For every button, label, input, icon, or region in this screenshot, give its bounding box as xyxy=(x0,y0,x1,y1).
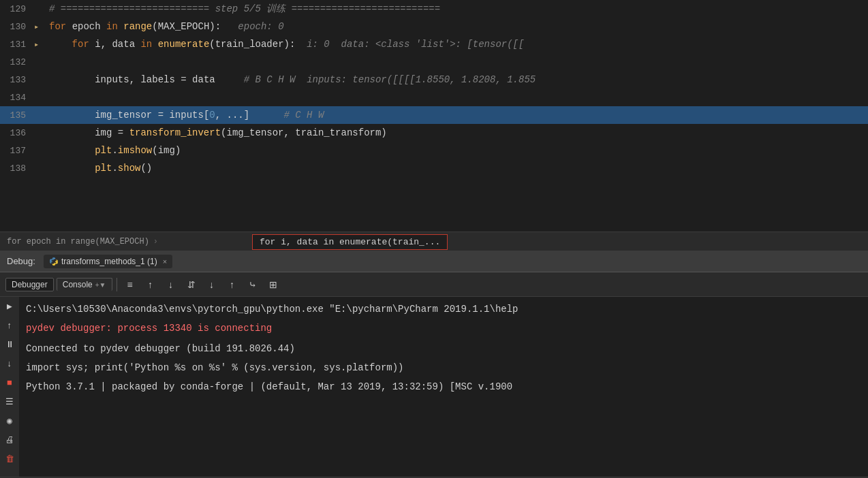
line-number: 130 xyxy=(0,22,34,32)
line-content: img_tensor = inputs[0, ...] # C H W xyxy=(46,110,868,121)
sidebar-resume-btn[interactable]: ▶ xyxy=(0,297,19,316)
toolbar-btn-menu[interactable]: ≡ xyxy=(121,276,139,293)
line-number: 136 xyxy=(0,128,34,138)
line-number: 134 xyxy=(0,93,34,103)
code-line: 134 xyxy=(0,89,868,106)
line-content: plt.imshow(img) xyxy=(46,145,868,156)
breadcrumb-tooltip: for i, data in enumerate(train_... xyxy=(252,234,448,250)
toolbar-sep-1 xyxy=(117,278,117,291)
code-line: 137 plt.imshow(img) xyxy=(0,142,868,159)
debug-tab-close[interactable]: × xyxy=(163,257,167,266)
code-line: 136 img = transform_invert(img_tensor, t… xyxy=(0,124,868,142)
console-line: C:\Users\10530\Anaconda3\envs\pytorch_gp… xyxy=(19,300,868,319)
line-content: img = transform_invert(img_tensor, train… xyxy=(46,127,868,138)
debug-label: Debug: xyxy=(7,256,35,266)
console-line: import sys; print('Python %s on %s' % (s… xyxy=(19,358,868,377)
bottom-area: Debug: transforms_methods_1 (1) × Debugg… xyxy=(0,251,868,478)
console-tab-suffix[interactable]: +▼ xyxy=(95,281,106,289)
debug-sidebar: ▶ ↑ ⏸ ↓ ■ ☰ ◉ 🖨 🗑 xyxy=(0,297,19,477)
code-line: 138 plt.show() xyxy=(0,159,868,177)
code-line: 132 xyxy=(0,53,868,71)
breadcrumb-item-2: for i, data in enumerate(train_... xyxy=(260,237,440,247)
console-tab[interactable]: Console +▼ xyxy=(57,278,112,291)
line-number: 135 xyxy=(0,110,34,121)
console-line: pydev debugger: process 13340 is connect… xyxy=(19,319,868,338)
toolbar-btn-evaluate[interactable]: ⤷ xyxy=(244,276,262,293)
console-line: Connected to pydev debugger (build 191.8… xyxy=(19,339,868,358)
line-number: 138 xyxy=(0,163,34,174)
debug-bar: Debug: transforms_methods_1 (1) × xyxy=(0,251,868,272)
line-arrow: ▸ xyxy=(34,39,46,50)
line-number: 131 xyxy=(0,39,34,50)
code-line: 131▸ for i, data in enumerate(train_load… xyxy=(0,35,868,53)
debugger-tab[interactable]: Debugger xyxy=(5,278,54,291)
code-line: 129# ========================== step 5/5… xyxy=(0,0,868,18)
toolbar-btn-run-cursor[interactable]: ↑ xyxy=(223,276,241,293)
console-container: ▶ ↑ ⏸ ↓ ■ ☰ ◉ 🖨 🗑 C:\Users\10530\Anacond… xyxy=(0,297,868,477)
toolbar-btn-frames[interactable]: ⊞ xyxy=(264,276,282,293)
sidebar-coverage-btn[interactable]: ◉ xyxy=(0,411,19,430)
python-icon xyxy=(49,257,59,266)
debug-tab-name: transforms_methods_1 (1) xyxy=(61,257,157,266)
toolbar: Debugger Console +▼ ≡ ↑ ↓ ⇵ ↓ ↑ ⤷ ⊞ xyxy=(0,272,868,297)
console-area: C:\Users\10530\Anaconda3\envs\pytorch_gp… xyxy=(19,297,868,477)
line-content: for i, data in enumerate(train_loader): … xyxy=(46,39,868,50)
toolbar-btn-step-into[interactable]: ⇵ xyxy=(183,276,200,293)
sidebar-pause-btn[interactable]: ⏸ xyxy=(0,335,19,354)
breadcrumb-separator: › xyxy=(153,237,158,246)
line-number: 129 xyxy=(0,4,34,14)
line-content: for epoch in range(MAX_EPOCH): epoch: 0 xyxy=(46,21,868,32)
code-editor: 129# ========================== step 5/5… xyxy=(0,0,868,232)
sidebar-print-btn[interactable]: 🖨 xyxy=(0,430,19,449)
code-line: 130▸for epoch in range(MAX_EPOCH): epoch… xyxy=(0,18,868,35)
toolbar-btn-up-arrow[interactable]: ↑ xyxy=(142,276,159,293)
console-tab-label: Console xyxy=(63,280,93,289)
toolbar-btn-step-out[interactable]: ↓ xyxy=(203,276,221,293)
code-line: 135 img_tensor = inputs[0, ...] # C H W xyxy=(0,106,868,124)
line-number: 133 xyxy=(0,75,34,85)
console-line: Python 3.7.1 | packaged by conda-forge |… xyxy=(19,377,868,396)
line-content: plt.show() xyxy=(46,163,868,174)
debug-tab[interactable]: transforms_methods_1 (1) × xyxy=(44,255,172,268)
line-number: 132 xyxy=(0,57,34,67)
toolbar-btn-step-over[interactable]: ↓ xyxy=(162,276,180,293)
sidebar-up-btn[interactable]: ↑ xyxy=(0,316,19,335)
code-line: 133 inputs, labels = data # B C H W inpu… xyxy=(0,71,868,89)
debugger-tab-label: Debugger xyxy=(12,280,48,289)
line-content: # ========================== step 5/5 训练… xyxy=(46,3,868,15)
line-number: 137 xyxy=(0,146,34,156)
sidebar-stack-btn[interactable]: ☰ xyxy=(0,392,19,411)
line-arrow: ▸ xyxy=(34,22,46,32)
breadcrumb-bar: for epoch in range(MAX_EPOCH) › for i, d… xyxy=(0,232,868,251)
sidebar-down-btn[interactable]: ↓ xyxy=(0,354,19,373)
sidebar-stop-btn[interactable]: ■ xyxy=(0,373,19,392)
line-content: inputs, labels = data # B C H W inputs: … xyxy=(46,74,868,85)
sidebar-trash-btn[interactable]: 🗑 xyxy=(0,449,19,468)
breadcrumb-item-1: for epoch in range(MAX_EPOCH) xyxy=(7,237,149,246)
